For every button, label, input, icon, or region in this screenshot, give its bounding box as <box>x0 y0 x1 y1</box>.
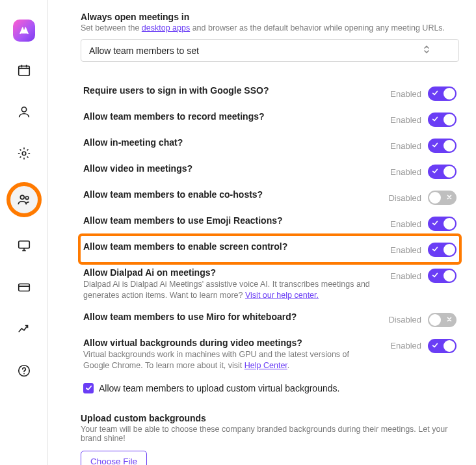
svg-rect-0 <box>18 66 29 76</box>
nav-billing[interactable] <box>11 274 37 300</box>
setting-row-ai: Allow Dialpad Ai on meetings?Dialpad Ai … <box>81 262 459 306</box>
toggle-knob <box>429 314 441 326</box>
setting-help-link[interactable]: Help Center <box>245 361 287 370</box>
upload-allowed-checkbox[interactable] <box>83 383 94 393</box>
setting-status: Enabled <box>390 245 421 255</box>
chevron-updown-icon <box>423 45 430 56</box>
svg-point-2 <box>22 152 26 155</box>
setting-title: Require users to sign in with Google SSO… <box>83 85 377 96</box>
setting-title: Allow team members to use Emoji Reaction… <box>83 215 377 226</box>
setting-title: Allow team members to use Miro for white… <box>83 312 375 322</box>
setting-status: Enabled <box>390 271 421 281</box>
monitor-icon <box>17 239 31 253</box>
setting-toggle-emoji[interactable] <box>428 217 456 231</box>
nav-person[interactable] <box>11 99 37 125</box>
setting-toggle-screen[interactable] <box>428 243 456 257</box>
toggle-knob <box>443 166 455 178</box>
nav-monitor[interactable] <box>11 233 37 259</box>
setting-row-left: Allow team members to enable screen cont… <box>83 241 377 252</box>
setting-row-right: Enabled <box>390 163 456 179</box>
always-open-selected: Allow team members to set <box>89 46 199 56</box>
setting-row-cohosts: Allow team members to enable co-hosts?Di… <box>81 184 459 210</box>
setting-toggle-miro[interactable] <box>428 313 456 327</box>
setting-row-right: Enabled <box>390 338 456 353</box>
setting-help-link[interactable]: Visit our help center. <box>245 291 319 300</box>
setting-row-screen: Allow team members to enable screen cont… <box>81 236 459 262</box>
check-icon <box>432 168 438 176</box>
setting-row-sso: Require users to sign in with Google SSO… <box>81 80 459 106</box>
setting-row-left: Allow team members to record meetings? <box>83 111 377 122</box>
toggle-knob <box>443 340 455 352</box>
svg-point-4 <box>25 196 29 200</box>
always-open-title: Always open meetings in <box>81 12 459 22</box>
choose-file-button[interactable]: Choose File <box>81 451 147 466</box>
svg-point-1 <box>21 107 26 112</box>
check-icon <box>432 342 438 350</box>
toggle-knob <box>443 244 455 256</box>
upload-allowed-label: Allow team members to upload custom virt… <box>99 383 339 393</box>
setting-status: Disabled <box>388 193 421 203</box>
setting-status: Enabled <box>390 341 421 351</box>
setting-row-right: Enabled <box>390 85 456 101</box>
setting-toggle-ai[interactable] <box>428 269 456 283</box>
setting-status: Enabled <box>390 167 421 177</box>
setting-toggle-chat[interactable] <box>428 139 456 153</box>
setting-row-right: Enabled <box>390 215 456 231</box>
check-icon <box>85 384 92 392</box>
sidebar <box>0 0 48 465</box>
setting-toggle-video[interactable] <box>428 165 456 179</box>
upload-section: Upload custom backgrounds Your team will… <box>81 413 459 466</box>
setting-help: Virtual backgrounds work in machines wit… <box>83 349 377 371</box>
setting-row-left: Allow in-meeting chat? <box>83 137 377 148</box>
help-circle-icon <box>17 364 31 378</box>
nav-analytics[interactable] <box>11 316 37 342</box>
setting-status: Enabled <box>390 219 421 229</box>
setting-title: Allow in-meeting chat? <box>83 137 377 148</box>
check-icon <box>432 116 438 124</box>
toggle-knob <box>443 140 455 152</box>
check-icon <box>432 246 438 254</box>
setting-row-left: Allow video in meetings? <box>83 163 377 174</box>
upload-allowed-checkbox-row: Allow team members to upload custom virt… <box>81 380 459 396</box>
settings-rows: Require users to sign in with Google SSO… <box>81 80 459 377</box>
toggle-knob <box>443 88 455 100</box>
setting-title: Allow team members to record meetings? <box>83 111 377 122</box>
setting-title: Allow team members to enable screen cont… <box>83 241 377 252</box>
setting-row-video: Allow video in meetings?Enabled <box>81 158 459 184</box>
people-icon <box>17 193 31 207</box>
setting-row-left: Allow Dialpad Ai on meetings?Dialpad Ai … <box>83 267 377 301</box>
nav-calendar[interactable] <box>11 57 37 83</box>
setting-row-left: Allow team members to use Emoji Reaction… <box>83 215 377 226</box>
upload-title: Upload custom backgrounds <box>81 413 459 423</box>
setting-title: Allow virtual backgrounds during video m… <box>83 338 377 348</box>
always-open-select[interactable]: Allow team members to set <box>81 39 459 62</box>
nav-settings[interactable] <box>11 140 37 166</box>
gear-icon <box>17 146 31 161</box>
setting-toggle-sso[interactable] <box>428 86 456 101</box>
setting-toggle-cohosts[interactable] <box>428 191 456 205</box>
desktop-apps-link[interactable]: desktop apps <box>142 23 190 33</box>
setting-row-right: Enabled <box>390 241 456 257</box>
setting-toggle-vbg[interactable] <box>428 339 456 353</box>
setting-toggle-record[interactable] <box>428 113 456 127</box>
setting-row-right: Enabled <box>390 111 456 127</box>
check-icon <box>432 272 438 280</box>
upload-help: Your team will be able to choose these c… <box>81 425 459 443</box>
setting-row-right: Enabled <box>390 267 456 283</box>
setting-row-vbg: Allow virtual backgrounds during video m… <box>81 332 459 377</box>
card-icon <box>17 280 31 295</box>
person-icon <box>17 105 31 119</box>
nav-help[interactable] <box>11 358 37 384</box>
main-content: Always open meetings in Set between the … <box>48 0 476 465</box>
setting-title: Allow video in meetings? <box>83 163 377 174</box>
svg-point-8 <box>23 373 25 375</box>
app-logo <box>13 20 35 42</box>
nav-team[interactable] <box>7 182 42 217</box>
setting-row-right: Enabled <box>390 137 456 153</box>
x-icon <box>446 316 453 324</box>
always-open-select-wrap: Allow team members to set <box>81 39 459 62</box>
check-icon <box>432 142 438 150</box>
trend-icon <box>17 322 31 336</box>
logo-icon <box>18 25 30 36</box>
svg-rect-6 <box>18 284 29 291</box>
